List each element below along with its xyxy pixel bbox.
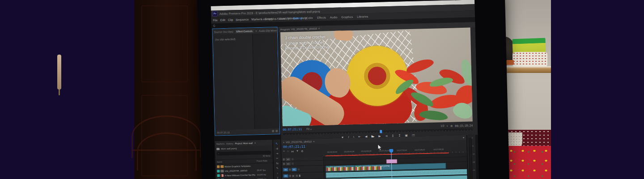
column-name[interactable]: Name [217, 160, 257, 163]
tab-program[interactable]: Program: VID_20220795_184010 [280, 27, 317, 31]
snap-magnet-icon[interactable]: ∩ [287, 150, 289, 153]
track-target-v1[interactable]: V1 [292, 168, 297, 171]
ruler-label: 00;06;30;00 [327, 151, 337, 153]
add-marker-icon[interactable]: ▼ [296, 149, 299, 153]
zoom-level-select[interactable]: Fit [306, 128, 309, 130]
workspace-effects[interactable]: Effects [317, 16, 326, 19]
no-clip-message: (no clip selected) [215, 38, 235, 41]
timeline-menu-icon[interactable]: ≡ [313, 140, 314, 143]
menu-clip[interactable]: Clip [228, 18, 233, 21]
effect-controls-statusbar: 00;07;21;11 [215, 128, 280, 136]
lock-icon[interactable] [283, 162, 285, 165]
clip-icon [220, 174, 224, 177]
search-input[interactable] [220, 151, 270, 155]
menu-markers[interactable]: Markers [251, 17, 262, 21]
column-frame-rate[interactable]: Frame Rate [257, 160, 271, 162]
mouse-cursor-icon [377, 144, 382, 152]
video-caption-overlay: 3 chain double crochet 3 chain single cr… [285, 34, 330, 51]
ripple-edit-tool-icon[interactable]: ⇥ [276, 152, 279, 155]
workspace-editing[interactable]: Editing [293, 17, 302, 20]
workspace-learning[interactable]: Learning [261, 17, 272, 21]
menu-sequence[interactable]: Sequence [236, 18, 249, 21]
workspace-audio[interactable]: Audio [330, 16, 338, 19]
tab-audio-clip-mixer[interactable]: Audio Clip Mixer: V [259, 29, 277, 32]
row-name: VID_20220795_184010 [225, 169, 256, 172]
track-header-v1[interactable]: V1 V1 [282, 166, 324, 173]
track-output-eye-icon[interactable] [292, 158, 294, 160]
workspace-assembly[interactable]: Assembly [276, 17, 289, 20]
menu-file[interactable]: File [213, 18, 218, 21]
track-output-eye-icon[interactable] [292, 162, 294, 165]
add-tracks-icon[interactable]: + [462, 136, 464, 139]
tab-markers[interactable]: Markers [216, 142, 225, 145]
folder-icon [220, 165, 224, 168]
source-patch-a1[interactable]: A1 [284, 175, 288, 178]
lock-icon[interactable] [289, 175, 291, 177]
search-icon: ⌕ [218, 152, 219, 155]
home-icon[interactable]: ⌂ [213, 24, 215, 28]
program-video-frame: 3 chain double crochet 3 chain single cr… [280, 28, 473, 126]
track-select-tool-icon[interactable]: ⇉ [275, 147, 278, 150]
track-target-v2[interactable]: V2 [286, 162, 291, 165]
zoom-fit-icon[interactable] [272, 130, 274, 132]
timeline-tracks: V3 V2 V1 [282, 153, 467, 179]
program-menu-icon[interactable]: ≡ [318, 27, 320, 30]
close-icon[interactable]: × [283, 141, 284, 143]
workspace-graphics[interactable]: Graphics [341, 15, 353, 19]
hand-tool-icon[interactable]: ⌕ [277, 171, 279, 175]
selection-tool-icon[interactable]: ↖ [275, 142, 278, 145]
ruler-label: 00;06;44;29 [344, 150, 354, 153]
microphone-icon[interactable] [299, 175, 301, 177]
label-chip[interactable] [217, 170, 220, 172]
solo-button[interactable]: S [296, 175, 298, 177]
workspace-libraries[interactable]: Libraries [357, 15, 368, 18]
panel-menu-icon[interactable]: ≡ [255, 30, 257, 32]
caption-line-3: Repeat 3 Double crochet [285, 45, 330, 51]
workspace-color[interactable]: Color [306, 16, 313, 19]
source-patch-v1[interactable]: V1 [283, 168, 288, 171]
track-header-a1[interactable]: A1 M S [282, 172, 324, 179]
chevron-down-icon: ∨ [446, 124, 448, 127]
lock-icon[interactable] [283, 158, 285, 160]
razor-tool-icon[interactable]: ✂ [276, 157, 279, 160]
shelf-orange-item [506, 60, 514, 65]
timeline-tab[interactable]: VID_20220795_184010 [286, 140, 312, 143]
mute-button[interactable]: M [292, 175, 295, 177]
project-panel: Markers History Project: Mom wall ≡ Mom … [215, 140, 274, 179]
pen-tool-icon[interactable]: ✎ [276, 166, 279, 170]
door-panel [141, 5, 188, 82]
menu-edit[interactable]: Edit [220, 18, 225, 21]
metal-cart [131, 107, 205, 179]
label-chip[interactable] [217, 165, 220, 168]
sequence-icon [220, 170, 224, 172]
lock-icon[interactable] [289, 168, 291, 170]
slip-tool-icon[interactable]: ⇆ [276, 162, 279, 165]
tab-effect-controls[interactable]: Effect Controls [235, 29, 254, 33]
type-tool-icon[interactable]: T [277, 176, 279, 179]
program-current-timecode: 00;07;21;11 [283, 128, 302, 132]
video-clip-1[interactable]: VID_20220716_13 [326, 165, 354, 172]
tab-source[interactable]: Source: (no clips) [214, 30, 233, 33]
tab-history[interactable]: History [226, 142, 233, 145]
timeline-settings-icon[interactable]: ⚙ [301, 149, 304, 153]
linked-selection-icon[interactable]: ⋈ [291, 149, 294, 153]
cart-frame [137, 132, 197, 170]
playback-resolution-select[interactable]: 1/2 [441, 124, 444, 127]
project-menu-icon[interactable]: ≡ [254, 141, 256, 144]
row-name: Motion Graphics Templates [225, 165, 256, 168]
meter-tick: -12 [472, 153, 475, 155]
effect-controls-timeline-area [252, 33, 280, 129]
ruler-label: 00;06;59;29 [361, 150, 371, 153]
monitor-bezel: Pr Adobe Premiere Pro 2019 - E:\products… [197, 0, 509, 179]
nest-toggle-icon[interactable]: ⌖ [283, 150, 285, 153]
meter-tick: -18 [472, 161, 475, 163]
settings-wrench-icon[interactable]: ⚙ [450, 124, 453, 127]
label-chip[interactable] [217, 174, 220, 177]
audio-meters-panel: 0 -6 -12 -18 -24 [467, 135, 477, 179]
keyframe-icon[interactable] [275, 130, 278, 132]
track-target-v3[interactable]: V3 [286, 158, 291, 161]
track-output-eye-icon[interactable] [297, 168, 300, 170]
timeline-timecode: 00;07;21;11 [283, 145, 305, 149]
tab-project[interactable]: Project: Mom wall [235, 142, 253, 145]
premiere-screen: Pr Adobe Premiere Pro 2019 - E:\products… [211, 0, 479, 179]
